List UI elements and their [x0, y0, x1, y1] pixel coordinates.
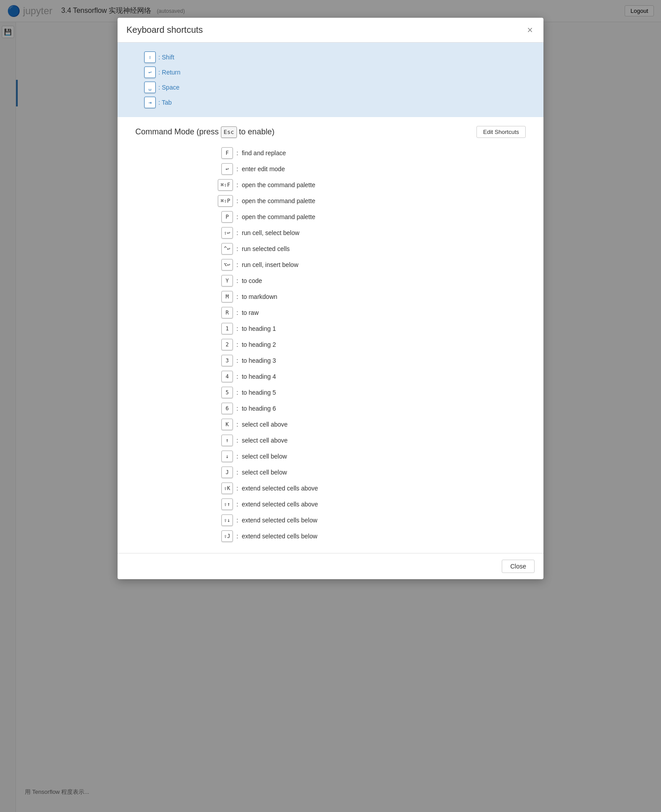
key-2: 2 — [221, 339, 233, 350]
command-mode-section: Command Mode (press Esc to enable) Edit … — [118, 117, 543, 553]
key-area: R — [135, 307, 233, 318]
key-m: M — [221, 291, 233, 302]
desc-select-below-down: select cell below — [242, 453, 287, 460]
shortcut-run-select-below: ⇧↩ : run cell, select below — [135, 225, 526, 241]
page-background: 🔵 jupyter 3.4 Tensorflow 实现神经网络 (autosav… — [0, 0, 661, 812]
shortcut-extend-above-up: ⇧↑ : extend selected cells above — [135, 496, 526, 512]
key-area: Y — [135, 275, 233, 286]
modal-header: Keyboard shortcuts × — [118, 18, 543, 43]
key-area: 1 — [135, 323, 233, 334]
desc-select-above-up: select cell above — [242, 437, 288, 444]
highlight-return: ↩ : Return — [144, 65, 517, 80]
shortcut-select-below-down: ↓ : select cell below — [135, 448, 526, 464]
desc-extend-above-up: extend selected cells above — [242, 501, 318, 508]
key-area: ↩ — [135, 163, 233, 175]
key-area: 3 — [135, 355, 233, 366]
key-area: 6 — [135, 403, 233, 414]
space-desc: : Space — [158, 84, 179, 91]
key-cmd-shift-f: ⌘⇧F — [218, 179, 233, 191]
modal-overlay: Keyboard shortcuts × ⇧ : Shift ↩ : Retur… — [0, 0, 661, 812]
desc-to-heading-6: to heading 6 — [242, 405, 276, 412]
shortcut-run-selected: ^↩ : run selected cells — [135, 241, 526, 257]
shortcut-to-heading-4: 4 : to heading 4 — [135, 369, 526, 384]
key-area: 2 — [135, 339, 233, 350]
key-area: ⌥↩ — [135, 259, 233, 271]
shortcut-extend-below-down: ⇧↓ : extend selected cells below — [135, 512, 526, 528]
command-mode-prefix: Command Mode (press — [135, 127, 219, 136]
shortcut-extend-below-j: ⇧J : extend selected cells below — [135, 528, 526, 544]
space-key: ␣ — [144, 82, 156, 93]
highlight-shift: ⇧ : Shift — [144, 50, 517, 65]
desc-extend-below-down: extend selected cells below — [242, 517, 317, 524]
key-shift-k: ⇧K — [221, 482, 233, 494]
key-6: 6 — [221, 403, 233, 414]
key-5: 5 — [221, 387, 233, 398]
shortcut-find-replace: F : find and replace — [135, 145, 526, 161]
key-alt-return: ⌥↩ — [221, 259, 233, 271]
key-shift-up: ⇧↑ — [221, 498, 233, 510]
key-area: ^↩ — [135, 243, 233, 255]
key-area: ⌘⇧P — [135, 195, 233, 207]
modal-close-button[interactable]: × — [525, 25, 535, 35]
key-f: F — [221, 147, 233, 159]
key-area: ⇧J — [135, 530, 233, 542]
key-area: ⇧↓ — [135, 514, 233, 526]
key-4: 4 — [221, 371, 233, 382]
key-area: ⌘⇧F — [135, 179, 233, 191]
highlight-section: ⇧ : Shift ↩ : Return ␣ : Space ⇥ : Tab — [118, 43, 543, 117]
desc-cmd-palette-1: open the command palette — [242, 181, 315, 188]
key-area: ⇧K — [135, 482, 233, 494]
shortcut-to-heading-3: 3 : to heading 3 — [135, 353, 526, 369]
command-mode-header: Command Mode (press Esc to enable) Edit … — [135, 126, 526, 138]
modal-title: Keyboard shortcuts — [126, 25, 203, 35]
key-r: R — [221, 307, 233, 318]
close-button[interactable]: Close — [502, 560, 535, 573]
highlight-space: ␣ : Space — [144, 80, 517, 95]
command-mode-suffix: to enable) — [239, 127, 275, 136]
shortcut-cmd-palette-1: ⌘⇧F : open the command palette — [135, 177, 526, 193]
desc-cmd-palette-2: open the command palette — [242, 197, 315, 204]
key-down: ↓ — [221, 451, 233, 462]
shortcut-to-heading-6: 6 : to heading 6 — [135, 400, 526, 416]
shortcut-run-insert-below: ⌥↩ : run cell, insert below — [135, 257, 526, 273]
shortcut-to-markdown: M : to markdown — [135, 289, 526, 305]
key-area: ↓ — [135, 451, 233, 462]
shortcut-to-code: Y : to code — [135, 273, 526, 289]
key-y: Y — [221, 275, 233, 286]
shift-desc: : Shift — [158, 54, 174, 61]
key-shift-j: ⇧J — [221, 530, 233, 542]
shortcut-extend-above-k: ⇧K : extend selected cells above — [135, 480, 526, 496]
desc-to-heading-2: to heading 2 — [242, 341, 276, 348]
tab-key: ⇥ — [144, 97, 156, 108]
desc-select-below-j: select cell below — [242, 469, 287, 476]
shortcut-to-heading-1: 1 : to heading 1 — [135, 321, 526, 337]
modal-body[interactable]: ⇧ : Shift ↩ : Return ␣ : Space ⇥ : Tab — [118, 43, 543, 553]
desc-extend-above-k: extend selected cells above — [242, 485, 318, 492]
edit-shortcuts-button[interactable]: Edit Shortcuts — [476, 126, 526, 138]
tab-desc: : Tab — [158, 99, 172, 106]
key-area: F — [135, 147, 233, 159]
key-return: ↩ — [221, 163, 233, 175]
return-key: ↩ — [144, 67, 156, 78]
shortcut-cmd-palette-2: ⌘⇧P : open the command palette — [135, 193, 526, 209]
key-area: 4 — [135, 371, 233, 382]
shortcut-to-heading-2: 2 : to heading 2 — [135, 337, 526, 353]
key-k: K — [221, 419, 233, 430]
key-area: P — [135, 211, 233, 223]
desc-run-selected: run selected cells — [242, 245, 290, 252]
desc-to-heading-5: to heading 5 — [242, 389, 276, 396]
key-area: ⇧↩ — [135, 227, 233, 239]
key-ctrl-return: ^↩ — [221, 243, 233, 255]
desc-to-markdown: to markdown — [242, 293, 277, 300]
desc-to-heading-1: to heading 1 — [242, 325, 276, 332]
shortcut-to-heading-5: 5 : to heading 5 — [135, 384, 526, 400]
key-area: 5 — [135, 387, 233, 398]
shortcut-cmd-palette-3: P : open the command palette — [135, 209, 526, 225]
key-p: P — [221, 211, 233, 223]
key-area: ↑ — [135, 435, 233, 446]
key-1: 1 — [221, 323, 233, 334]
key-area: K — [135, 419, 233, 430]
desc-to-code: to code — [242, 277, 262, 284]
desc-to-heading-3: to heading 3 — [242, 357, 276, 364]
desc-to-raw: to raw — [242, 309, 259, 316]
